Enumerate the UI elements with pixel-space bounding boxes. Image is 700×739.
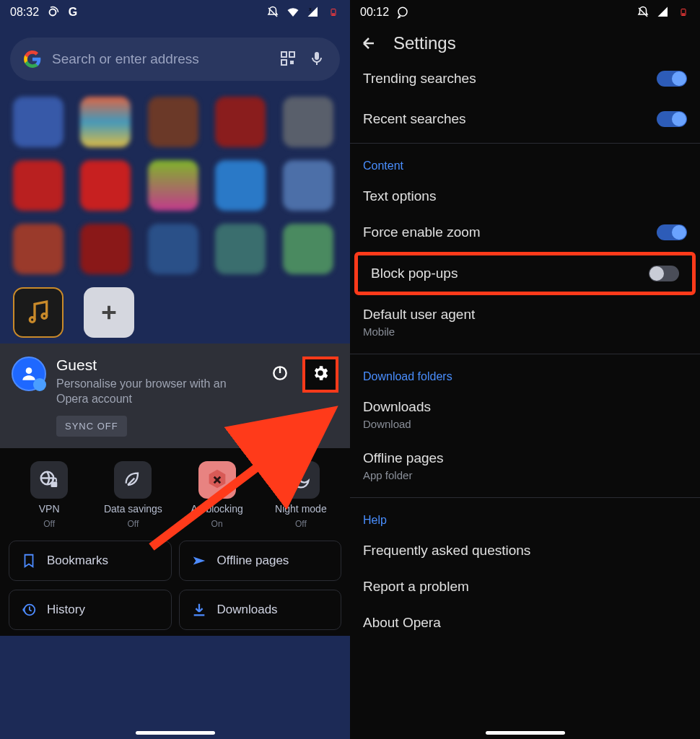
site-tile[interactable]	[80, 160, 131, 211]
page-title: Settings	[393, 33, 456, 53]
svg-rect-7	[290, 61, 294, 64]
search-bar[interactable]: Search or enter address	[10, 38, 340, 81]
battery-icon	[677, 6, 690, 19]
setting-sublabel: Mobile	[363, 325, 475, 338]
mic-icon[interactable]	[308, 50, 327, 69]
svg-rect-3	[332, 14, 335, 15]
quick-ad-blocking[interactable]: Ad blocking On	[177, 461, 258, 529]
svg-point-0	[50, 9, 56, 16]
card-label: Bookmarks	[47, 554, 108, 568]
home-indicator[interactable]	[136, 731, 215, 735]
site-tile[interactable]	[283, 160, 333, 211]
whatsapp-icon	[396, 6, 409, 19]
hexagon-x-icon	[198, 461, 236, 499]
setting-text-options[interactable]: Text options	[350, 178, 700, 214]
dnd-icon	[266, 6, 279, 19]
divider	[350, 497, 700, 498]
setting-about-opera[interactable]: About Opera	[350, 605, 700, 641]
quick-data-savings[interactable]: Data savings Off	[92, 461, 173, 529]
signal-icon: x	[307, 6, 320, 19]
site-tile[interactable]	[215, 160, 266, 211]
svg-point-10	[26, 367, 32, 374]
section-help: Help	[350, 502, 700, 533]
setting-label: Recent searches	[363, 111, 466, 127]
setting-default-user-agent[interactable]: Default user agent Mobile	[350, 297, 700, 348]
site-tile[interactable]	[215, 224, 266, 274]
music-tile[interactable]	[13, 287, 64, 338]
downloads-card[interactable]: Downloads	[179, 590, 342, 630]
site-tile[interactable]	[283, 224, 333, 274]
setting-label: Frequently asked questions	[363, 543, 530, 559]
quick-actions: VPN Off Data savings Off Ad blocking On …	[0, 448, 350, 538]
quick-sub: On	[211, 519, 223, 529]
setting-sublabel: App folder	[363, 469, 444, 481]
svg-rect-5	[289, 52, 294, 57]
toggle-on-icon[interactable]	[657, 224, 687, 240]
download-icon	[191, 602, 207, 618]
setting-offline-pages[interactable]: Offline pages App folder	[350, 440, 700, 491]
svg-text:x: x	[309, 6, 312, 12]
quick-night-mode[interactable]: Night mode Off	[261, 461, 341, 529]
site-tile[interactable]	[148, 97, 198, 147]
quick-title: Data savings	[104, 503, 162, 515]
toggle-on-icon[interactable]	[657, 111, 687, 127]
site-tile[interactable]	[80, 97, 131, 147]
status-time: 00:12	[360, 6, 389, 19]
quick-sub: Off	[43, 519, 55, 529]
card-label: Downloads	[217, 603, 278, 617]
site-tile[interactable]	[13, 97, 64, 147]
site-tile[interactable]	[13, 224, 64, 274]
setting-label: Text options	[363, 188, 436, 204]
settings-gear-button[interactable]	[302, 357, 338, 393]
svg-rect-4	[281, 52, 286, 57]
firefox-icon	[46, 6, 59, 19]
setting-trending-searches[interactable]: Trending searches	[350, 66, 700, 101]
offline-pages-card[interactable]: Offline pages	[179, 541, 342, 581]
toggle-on-icon[interactable]	[657, 71, 687, 87]
setting-force-zoom[interactable]: Force enable zoom	[350, 214, 700, 250]
home-indicator[interactable]	[486, 731, 565, 735]
section-content: Content	[350, 148, 700, 178]
site-tile[interactable]	[13, 160, 64, 211]
site-tile[interactable]	[283, 97, 333, 147]
card-label: History	[47, 603, 85, 617]
settings-header: Settings	[350, 25, 700, 66]
status-bar: 08:32 G x	[0, 0, 350, 25]
highlight-box: Block pop-ups	[354, 252, 696, 295]
leaf-icon	[114, 461, 152, 499]
toggle-off-icon[interactable]	[649, 266, 679, 281]
quick-vpn[interactable]: VPN Off	[9, 461, 89, 529]
account-panel: Guest Personalise your browser with an O…	[0, 344, 350, 448]
bookmarks-card[interactable]: Bookmarks	[9, 541, 172, 581]
add-tile[interactable]	[84, 287, 134, 338]
google-g-icon	[23, 50, 42, 69]
dnd-icon	[636, 6, 649, 19]
setting-label: Downloads	[363, 399, 431, 415]
qr-icon[interactable]	[279, 50, 298, 69]
divider	[350, 143, 700, 144]
svg-point-9	[42, 314, 47, 319]
power-icon[interactable]	[271, 364, 289, 385]
svg-rect-13	[51, 481, 58, 487]
setting-label: Report a problem	[363, 579, 469, 595]
setting-recent-searches[interactable]: Recent searches	[350, 101, 700, 137]
site-tile[interactable]	[148, 160, 198, 211]
battery-icon	[327, 6, 340, 19]
avatar[interactable]	[12, 357, 46, 391]
site-tile[interactable]	[148, 224, 198, 274]
setting-block-popups[interactable]: Block pop-ups	[358, 255, 692, 292]
back-arrow-icon[interactable]	[360, 35, 377, 52]
status-time: 08:32	[10, 6, 39, 19]
divider	[350, 354, 700, 354]
setting-downloads[interactable]: Downloads Download	[350, 389, 700, 440]
svg-point-8	[30, 318, 35, 323]
status-bar: 00:12	[350, 0, 700, 25]
setting-faq[interactable]: Frequently asked questions	[350, 533, 700, 569]
sync-badge[interactable]: SYNC OFF	[56, 416, 127, 437]
setting-report-problem[interactable]: Report a problem	[350, 569, 700, 605]
globe-lock-icon	[30, 461, 68, 499]
history-card[interactable]: History	[9, 590, 172, 630]
site-tile[interactable]	[80, 224, 131, 274]
speed-dial-grid	[0, 91, 350, 280]
site-tile[interactable]	[215, 97, 266, 147]
